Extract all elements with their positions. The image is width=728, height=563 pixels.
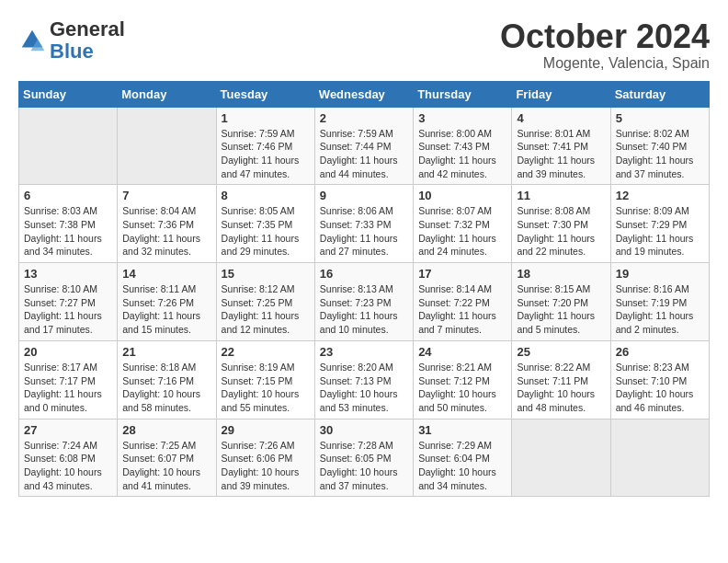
day-cell: 29Sunrise: 7:26 AM Sunset: 6:06 PM Dayli… [216,419,314,497]
col-saturday: Saturday [610,81,709,107]
day-info: Sunrise: 8:10 AM Sunset: 7:27 PM Dayligh… [24,282,112,337]
day-number: 3 [418,111,506,125]
day-info: Sunrise: 8:17 AM Sunset: 7:17 PM Dayligh… [24,361,112,415]
day-info: Sunrise: 8:03 AM Sunset: 7:38 PM Dayligh… [24,204,112,259]
day-number: 5 [616,111,704,125]
day-info: Sunrise: 8:00 AM Sunset: 7:43 PM Dayligh… [418,127,506,181]
day-number: 19 [616,267,704,281]
day-cell: 27Sunrise: 7:24 AM Sunset: 6:08 PM Dayli… [19,419,118,497]
day-info: Sunrise: 8:02 AM Sunset: 7:40 PM Dayligh… [616,127,704,181]
day-cell: 18Sunrise: 8:15 AM Sunset: 7:20 PM Dayli… [512,263,610,341]
day-info: Sunrise: 8:22 AM Sunset: 7:11 PM Dayligh… [517,361,605,415]
day-cell: 21Sunrise: 8:18 AM Sunset: 7:16 PM Dayli… [118,340,216,419]
day-number: 11 [517,189,605,202]
header-row: Sunday Monday Tuesday Wednesday Thursday… [19,81,710,107]
logo-blue: Blue [50,40,94,63]
day-number: 28 [122,423,210,437]
week-row-4: 27Sunrise: 7:24 AM Sunset: 6:08 PM Dayli… [19,419,710,497]
day-info: Sunrise: 7:26 AM Sunset: 6:06 PM Dayligh… [222,439,310,493]
week-row-0: 1Sunrise: 7:59 AM Sunset: 7:46 PM Daylig… [19,107,710,185]
month-title: October 2024 [500,18,710,55]
day-info: Sunrise: 8:21 AM Sunset: 7:12 PM Dayligh… [418,361,506,415]
day-number: 24 [418,345,506,359]
col-thursday: Thursday [414,81,512,107]
day-cell: 25Sunrise: 8:22 AM Sunset: 7:11 PM Dayli… [512,340,610,419]
calendar-header: Sunday Monday Tuesday Wednesday Thursday… [19,81,710,107]
day-info: Sunrise: 8:12 AM Sunset: 7:25 PM Dayligh… [222,282,310,337]
col-friday: Friday [512,81,610,107]
day-cell: 28Sunrise: 7:25 AM Sunset: 6:07 PM Dayli… [118,419,216,497]
day-cell [610,419,709,497]
logo-general: General [50,17,125,40]
location: Mogente, Valencia, Spain [500,55,710,72]
day-cell: 30Sunrise: 7:28 AM Sunset: 6:05 PM Dayli… [314,419,413,497]
day-info: Sunrise: 8:23 AM Sunset: 7:10 PM Dayligh… [616,361,704,415]
day-cell: 16Sunrise: 8:13 AM Sunset: 7:23 PM Dayli… [314,263,413,341]
calendar-body: 1Sunrise: 7:59 AM Sunset: 7:46 PM Daylig… [19,107,710,497]
day-number: 20 [24,345,112,359]
day-info: Sunrise: 8:05 AM Sunset: 7:35 PM Dayligh… [222,204,310,259]
day-number: 26 [616,345,704,359]
day-cell: 11Sunrise: 8:08 AM Sunset: 7:30 PM Dayli… [512,185,610,263]
day-number: 2 [320,111,408,125]
week-row-1: 6Sunrise: 8:03 AM Sunset: 7:38 PM Daylig… [19,185,710,263]
day-info: Sunrise: 8:09 AM Sunset: 7:29 PM Dayligh… [616,204,704,259]
day-number: 23 [320,345,408,359]
day-info: Sunrise: 7:28 AM Sunset: 6:05 PM Dayligh… [320,439,408,493]
day-info: Sunrise: 7:25 AM Sunset: 6:07 PM Dayligh… [122,439,210,493]
day-info: Sunrise: 8:07 AM Sunset: 7:32 PM Dayligh… [418,204,506,259]
day-info: Sunrise: 8:15 AM Sunset: 7:20 PM Dayligh… [517,282,605,337]
day-cell: 3Sunrise: 8:00 AM Sunset: 7:43 PM Daylig… [414,107,512,185]
logo: General Blue [18,18,125,63]
title-block: October 2024 Mogente, Valencia, Spain [500,18,710,72]
day-number: 31 [418,423,506,437]
day-number: 27 [24,423,112,437]
day-number: 8 [222,189,310,202]
day-number: 25 [517,345,605,359]
calendar-table: Sunday Monday Tuesday Wednesday Thursday… [18,81,710,498]
day-number: 10 [418,189,506,202]
day-info: Sunrise: 7:59 AM Sunset: 7:46 PM Dayligh… [222,127,310,181]
day-number: 7 [122,189,210,202]
day-info: Sunrise: 7:24 AM Sunset: 6:08 PM Dayligh… [24,439,112,493]
day-cell: 24Sunrise: 8:21 AM Sunset: 7:12 PM Dayli… [414,340,512,419]
day-cell: 14Sunrise: 8:11 AM Sunset: 7:26 PM Dayli… [118,263,216,341]
day-number: 9 [320,189,408,202]
day-info: Sunrise: 8:13 AM Sunset: 7:23 PM Dayligh… [320,282,408,337]
day-cell [118,107,216,185]
day-info: Sunrise: 7:59 AM Sunset: 7:44 PM Dayligh… [320,127,408,181]
day-cell: 9Sunrise: 8:06 AM Sunset: 7:33 PM Daylig… [314,185,413,263]
page-header: General Blue October 2024 Mogente, Valen… [18,18,710,72]
day-info: Sunrise: 8:06 AM Sunset: 7:33 PM Dayligh… [320,204,408,259]
logo-icon [18,27,46,54]
day-number: 18 [517,267,605,281]
day-info: Sunrise: 8:04 AM Sunset: 7:36 PM Dayligh… [122,204,210,259]
day-number: 17 [418,267,506,281]
logo-text: General Blue [50,18,125,63]
day-cell [512,419,610,497]
day-cell: 17Sunrise: 8:14 AM Sunset: 7:22 PM Dayli… [414,263,512,341]
day-info: Sunrise: 8:20 AM Sunset: 7:13 PM Dayligh… [320,361,408,415]
day-info: Sunrise: 8:01 AM Sunset: 7:41 PM Dayligh… [517,127,605,181]
day-cell [19,107,118,185]
day-info: Sunrise: 8:14 AM Sunset: 7:22 PM Dayligh… [418,282,506,337]
col-wednesday: Wednesday [314,81,413,107]
day-cell: 15Sunrise: 8:12 AM Sunset: 7:25 PM Dayli… [216,263,314,341]
day-cell: 22Sunrise: 8:19 AM Sunset: 7:15 PM Dayli… [216,340,314,419]
day-number: 15 [222,267,310,281]
day-number: 13 [24,267,112,281]
day-cell: 2Sunrise: 7:59 AM Sunset: 7:44 PM Daylig… [314,107,413,185]
day-info: Sunrise: 8:08 AM Sunset: 7:30 PM Dayligh… [517,204,605,259]
day-number: 22 [222,345,310,359]
day-number: 21 [122,345,210,359]
day-number: 12 [616,189,704,202]
day-number: 30 [320,423,408,437]
day-info: Sunrise: 8:11 AM Sunset: 7:26 PM Dayligh… [122,282,210,337]
day-cell: 6Sunrise: 8:03 AM Sunset: 7:38 PM Daylig… [19,185,118,263]
day-number: 16 [320,267,408,281]
day-number: 1 [222,111,310,125]
day-cell: 26Sunrise: 8:23 AM Sunset: 7:10 PM Dayli… [610,340,709,419]
col-sunday: Sunday [19,81,118,107]
col-monday: Monday [118,81,216,107]
day-cell: 5Sunrise: 8:02 AM Sunset: 7:40 PM Daylig… [610,107,709,185]
